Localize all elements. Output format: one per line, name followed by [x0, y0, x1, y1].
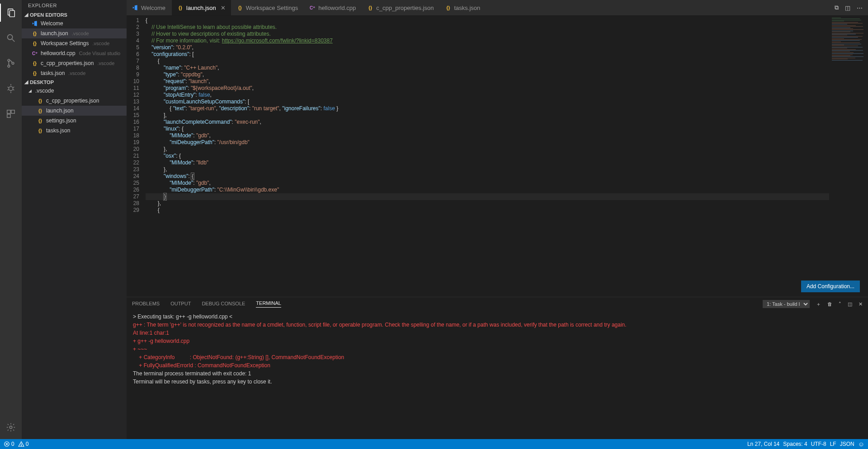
- editor-tab[interactable]: {}c_cpp_properties.json: [362, 0, 439, 15]
- svg-line-12: [13, 89, 14, 90]
- status-eol[interactable]: LF: [830, 441, 836, 447]
- debug-icon[interactable]: [0, 80, 22, 98]
- workspace-header[interactable]: ◢ DESKTOP: [22, 78, 127, 86]
- tree-label: c_cpp_properties.json: [46, 98, 99, 104]
- open-editor-item[interactable]: Welcome: [22, 19, 127, 28]
- workspace-file-item[interactable]: {}settings.json: [22, 116, 127, 126]
- status-language[interactable]: JSON: [840, 441, 854, 447]
- minimap[interactable]: [829, 16, 868, 297]
- sidebar: EXPLORER ◢ OPEN EDITORS Welcome{}launch.…: [22, 0, 127, 439]
- editor-tab[interactable]: {}Workspace Settings: [231, 0, 304, 15]
- json-file-icon: {}: [445, 5, 451, 11]
- settings-gear-icon[interactable]: [0, 418, 22, 436]
- explorer-icon[interactable]: [0, 4, 22, 22]
- json-file-icon: {}: [37, 98, 43, 104]
- source-control-icon[interactable]: [0, 54, 22, 72]
- svg-point-4: [8, 59, 10, 61]
- json-file-icon: {}: [237, 5, 243, 11]
- editor-tab[interactable]: {}tasks.json: [439, 0, 486, 15]
- svg-rect-14: [7, 110, 10, 113]
- json-file-icon: {}: [37, 127, 43, 134]
- code-editor-content[interactable]: { // Use IntelliSense to learn about pos…: [146, 16, 829, 297]
- status-ln-col[interactable]: Ln 27, Col 14: [747, 441, 779, 447]
- tab-label: launch.json: [186, 5, 216, 11]
- cpp-file-icon: C⁺: [309, 5, 316, 11]
- editor-tab[interactable]: {}launch.json✕: [172, 0, 231, 15]
- json-file-icon: {}: [32, 40, 38, 47]
- editor-body[interactable]: 1234567891011121314151617181920212223242…: [127, 16, 868, 297]
- panel-tab-problems[interactable]: PROBLEMS: [132, 301, 160, 308]
- tab-label: Workspace Settings: [246, 5, 298, 11]
- close-icon[interactable]: ✕: [221, 5, 226, 11]
- workspace-file-item[interactable]: {}tasks.json: [22, 126, 127, 136]
- panel-tab-debug-console[interactable]: DEBUG CONSOLE: [202, 301, 245, 308]
- status-warnings[interactable]: 0: [18, 441, 29, 447]
- tab-bar: Welcome{}launch.json✕{}Workspace Setting…: [127, 0, 868, 16]
- terminal-select[interactable]: 1: Task - build l: [763, 300, 810, 308]
- chevron-down-icon: ◢: [27, 89, 33, 93]
- vscode-file-icon: [32, 20, 38, 27]
- more-icon[interactable]: ⋯: [857, 5, 863, 11]
- cpp-file-icon: C⁺: [32, 50, 38, 56]
- tree-label: helloworld.cpp: [41, 50, 75, 56]
- open-editor-item[interactable]: C⁺helloworld.cppCode Visual studio: [22, 48, 127, 58]
- open-editor-item[interactable]: {}c_cpp_properties.json.vscode: [22, 58, 127, 68]
- status-spaces[interactable]: Spaces: 4: [783, 441, 807, 447]
- search-icon[interactable]: [0, 29, 22, 47]
- split-terminal-icon[interactable]: ◫: [848, 301, 852, 307]
- kill-terminal-icon[interactable]: 🗑: [827, 301, 832, 307]
- feedback-icon[interactable]: ☺: [858, 440, 864, 448]
- workspace-tree: ◢ .vscode {}c_cpp_properties.json{}launc…: [22, 86, 127, 136]
- svg-line-9: [8, 87, 9, 88]
- split-editor-icon[interactable]: ◫: [845, 5, 850, 11]
- svg-point-17: [9, 426, 12, 429]
- svg-line-10: [13, 87, 14, 88]
- extensions-icon[interactable]: [0, 105, 22, 123]
- editor-tab[interactable]: C⁺helloworld.cpp: [304, 0, 362, 15]
- editor-area: Welcome{}launch.json✕{}Workspace Setting…: [127, 0, 868, 439]
- svg-point-5: [8, 65, 10, 67]
- tree-label: tasks.json: [41, 70, 65, 76]
- panel-tabs: PROBLEMSOUTPUTDEBUG CONSOLETERMINAL1: Ta…: [127, 297, 868, 311]
- folder-item[interactable]: ◢ .vscode: [22, 86, 127, 96]
- json-file-icon: {}: [32, 60, 38, 66]
- panel: PROBLEMSOUTPUTDEBUG CONSOLETERMINAL1: Ta…: [127, 297, 868, 439]
- tree-label: settings.json: [46, 117, 76, 124]
- workspace-file-item[interactable]: {}c_cpp_properties.json: [22, 96, 127, 106]
- tab-label: c_cpp_properties.json: [376, 5, 434, 11]
- tab-label: helloworld.cpp: [318, 5, 356, 11]
- compare-icon[interactable]: ⧉: [835, 4, 839, 11]
- json-file-icon: {}: [177, 5, 184, 11]
- panel-tab-terminal[interactable]: TERMINAL: [256, 300, 281, 308]
- open-editors-header[interactable]: ◢ OPEN EDITORS: [22, 11, 127, 19]
- close-panel-icon[interactable]: ✕: [859, 301, 863, 307]
- svg-point-22: [21, 445, 21, 446]
- open-editor-item[interactable]: {}Workspace Settings.vscode: [22, 38, 127, 48]
- chevron-down-icon: ◢: [24, 12, 29, 18]
- add-configuration-button[interactable]: Add Configuration...: [801, 281, 860, 292]
- svg-point-2: [8, 35, 13, 40]
- json-file-icon: {}: [37, 117, 43, 124]
- tree-label: Welcome: [41, 20, 63, 27]
- status-bar: 0 0 Ln 27, Col 14 Spaces: 4 UTF-8 LF JSO…: [0, 439, 868, 449]
- tree-label: launch.json: [41, 30, 68, 37]
- chevron-down-icon: ◢: [24, 79, 29, 85]
- tree-label: Workspace Settings: [41, 40, 89, 47]
- svg-line-3: [12, 39, 15, 42]
- json-file-icon: {}: [367, 5, 373, 11]
- maximize-panel-icon[interactable]: ˄: [839, 301, 841, 307]
- terminal-output[interactable]: > Executing task: g++ -g helloworld.cpp …: [127, 311, 868, 439]
- workspace-file-item[interactable]: {}launch.json: [22, 106, 127, 116]
- new-terminal-icon[interactable]: ＋: [816, 301, 821, 308]
- open-editor-item[interactable]: {}tasks.json.vscode: [22, 68, 127, 78]
- svg-rect-15: [11, 110, 14, 113]
- open-editor-item[interactable]: {}launch.json.vscode: [22, 28, 127, 38]
- status-encoding[interactable]: UTF-8: [811, 441, 826, 447]
- json-file-icon: {}: [37, 108, 43, 114]
- editor-tab[interactable]: Welcome: [127, 0, 172, 15]
- json-file-icon: {}: [32, 30, 38, 37]
- svg-rect-1: [9, 10, 14, 17]
- panel-tab-output[interactable]: OUTPUT: [170, 301, 191, 308]
- vscode-file-icon: [132, 5, 138, 11]
- status-errors[interactable]: 0: [4, 441, 14, 447]
